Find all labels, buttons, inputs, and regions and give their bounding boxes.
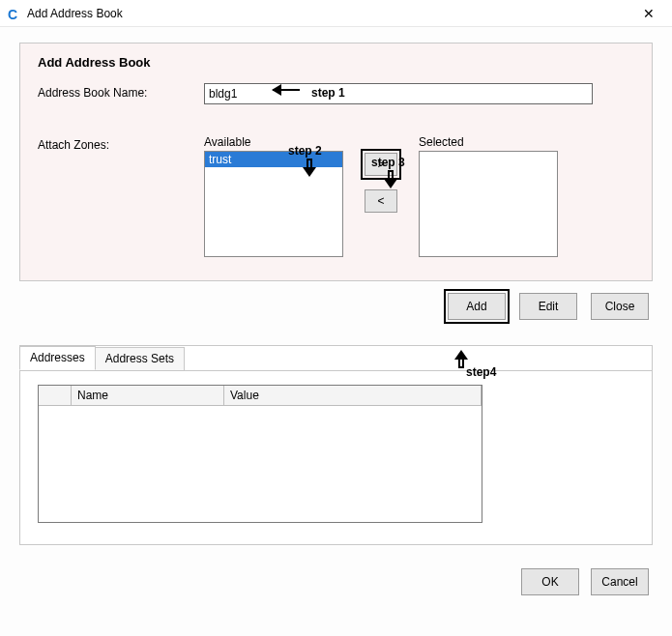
addresses-frame: Addresses Address Sets Name Value [19, 345, 653, 545]
close-button[interactable]: Close [591, 293, 649, 320]
address-book-name-input[interactable] [204, 83, 593, 104]
ok-button[interactable]: OK [521, 568, 579, 595]
grid-col-name[interactable]: Name [72, 386, 224, 406]
grid-col-value[interactable]: Value [224, 386, 482, 406]
cancel-button[interactable]: Cancel [591, 568, 649, 595]
edit-button[interactable]: Edit [519, 293, 577, 320]
grid-header: Name Value [39, 386, 482, 406]
window-close-button[interactable]: ✕ [631, 4, 666, 23]
selected-listbox[interactable] [419, 151, 558, 257]
window-title: Add Address Book [27, 7, 631, 20]
tab-address-sets[interactable]: Address Sets [95, 347, 185, 370]
available-listbox[interactable]: trust [204, 151, 343, 257]
zone-action-row: Add Edit Close [19, 293, 653, 320]
tab-panel-addresses: Name Value [20, 370, 652, 531]
name-label: Address Book Name: [38, 83, 204, 100]
selected-heading: Selected [419, 135, 558, 149]
grid-col-selector[interactable] [39, 386, 72, 406]
available-heading: Available [204, 135, 343, 149]
panel-heading: Add Address Book [38, 55, 634, 70]
app-icon: C [8, 7, 21, 20]
titlebar: C Add Address Book ✕ [0, 0, 672, 27]
addresses-grid[interactable]: Name Value [38, 385, 482, 523]
grid-body [39, 406, 482, 522]
available-item-trust[interactable]: trust [205, 152, 342, 167]
dialog-footer: OK Cancel [19, 568, 653, 595]
tabs-bar: Addresses Address Sets [19, 345, 652, 370]
add-address-book-panel: Add Address Book Address Book Name: Atta… [19, 43, 653, 281]
attach-zones-label: Attach Zones: [38, 135, 204, 152]
tab-addresses[interactable]: Addresses [19, 346, 96, 370]
move-left-button[interactable]: < [365, 189, 397, 213]
move-right-button[interactable]: > [365, 153, 397, 176]
add-button[interactable]: Add [448, 293, 506, 320]
